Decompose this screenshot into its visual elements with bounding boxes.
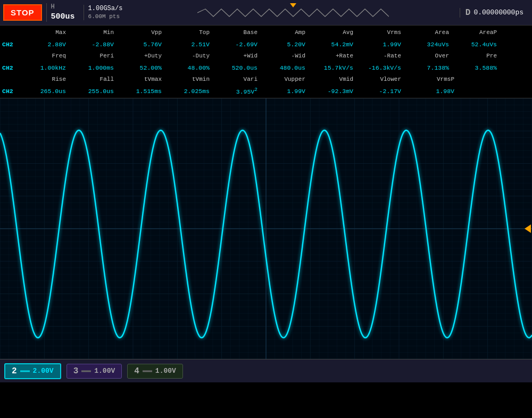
trigger-marker: [290, 3, 296, 7]
meas-v1-min: -2.88V: [70, 41, 118, 48]
ch4-indicator[interactable]: 4 1.00V: [127, 364, 183, 379]
ch2-line-icon: [20, 370, 30, 373]
trigger-position: 0.00000000ps: [473, 9, 523, 16]
d-label: D: [466, 8, 471, 18]
meas-v3-vupper: 1.99V: [262, 88, 310, 95]
meas-h1-avg: Avg: [310, 29, 358, 36]
ch4-number: 4: [134, 366, 139, 376]
meas-v2-nrate: -16.3kV/s: [358, 64, 405, 71]
meas-h3-vrmsp: VrmsP: [405, 76, 459, 82]
meas-h3-tvmin: tVmin: [166, 76, 214, 82]
meas-h3-tvmax: tVmax: [118, 76, 166, 82]
meas-v3-vmid: -92.3mV: [310, 88, 358, 95]
meas-ch2-label-r3: CH2: [2, 88, 22, 95]
meas-h2-prate: +Rate: [310, 53, 358, 59]
meas-v3-vari: 3.95V2: [214, 87, 262, 95]
meas-h2-pduty: +Duty: [118, 53, 166, 59]
meas-values-row3: CH2 265.0us 255.0us 1.515ms 2.025ms 3.95…: [2, 85, 530, 97]
meas-v2-over: 7.138%: [405, 64, 453, 71]
meas-h2-nduty: -Duty: [166, 53, 214, 59]
meas-v3-rise: 265.0us: [22, 88, 70, 95]
meas-v2-nwid: 480.0us: [262, 64, 310, 71]
meas-h2-pwid: +Wid: [214, 53, 262, 59]
ch3-line-icon: [81, 370, 91, 373]
meas-v2-prate: 15.7kV/s: [310, 64, 358, 71]
sample-group: 1.00GSa/s 6.00M pts: [84, 5, 127, 21]
scope-canvas: [0, 98, 532, 359]
meas-h3-vari: Vari: [214, 76, 262, 82]
ch3-number: 3: [73, 366, 79, 376]
meas-h1-min: Min: [70, 29, 118, 36]
meas-v1-avg: 54.2mV: [310, 41, 358, 48]
meas-v2-freq: 1.00kHz: [22, 64, 70, 71]
sample-rate: 1.00GSa/s: [88, 5, 123, 13]
meas-h2-nwid: -Wid: [262, 53, 310, 59]
meas-h2-nrate: -Rate: [358, 53, 405, 59]
meas-values-row2: CH2 1.00kHz 1.000ms 52.00% 48.00% 520.0u…: [2, 62, 530, 73]
meas-header-row1: Max Min Vpp Top Base Amp Avg Vrms Area A…: [2, 27, 530, 38]
meas-v1-amp: 5.20V: [262, 41, 310, 48]
meas-h1-base: Base: [214, 29, 262, 36]
ch3-scale: 1.00V: [94, 367, 115, 375]
trigger-d-group: D 0.00000000ps: [460, 8, 529, 18]
ch2-scale: 2.00V: [33, 367, 54, 375]
meas-v3-tvmin: 2.025ms: [166, 88, 214, 95]
h-label: H: [51, 3, 55, 12]
meas-h1-vpp: Vpp: [118, 29, 166, 36]
meas-v2-peri: 1.000ms: [70, 64, 118, 71]
meas-v3-vrmsp: 1.98V: [405, 88, 459, 95]
meas-h2-freq: Freq: [22, 53, 70, 59]
meas-h1-max: Max: [22, 29, 70, 36]
scope-display: [0, 98, 532, 359]
toolbar: STOP H 500us 1.00GSa/s 6.00M pts D 0.000…: [0, 0, 532, 26]
meas-h1-top: Top: [166, 29, 214, 36]
meas-v1-areap: 52.4uVs: [453, 41, 501, 48]
meas-header-row2: Freq Peri +Duty -Duty +Wid -Wid +Rate -R…: [2, 50, 530, 62]
meas-h2-pre: Pre: [453, 53, 501, 59]
trigger-wave-svg: [197, 7, 389, 18]
timebase-value: 500us: [51, 12, 75, 22]
ch3-indicator[interactable]: 3 1.00V: [66, 364, 122, 379]
ch2-indicator[interactable]: 2 2.00V: [4, 363, 61, 379]
meas-h3-vupper: Vupper: [262, 76, 310, 82]
meas-h1-area: Area: [405, 29, 453, 36]
meas-h3-fall: Fall: [70, 76, 118, 82]
timebase-group: H 500us: [46, 3, 79, 22]
meas-v1-area: 324uVs: [405, 41, 453, 48]
meas-header-row3: Rise Fall tVmax tVmin Vari Vupper Vmid V…: [2, 73, 530, 85]
stop-button[interactable]: STOP: [3, 4, 42, 21]
meas-v1-base: -2.69V: [214, 41, 262, 48]
trigger-wave-area: [131, 5, 455, 20]
meas-v2-nduty: 48.00%: [166, 64, 214, 71]
memory-depth: 6.00M pts: [88, 13, 120, 20]
ch4-line-icon: [143, 370, 152, 373]
meas-h2-peri: Peri: [70, 53, 118, 59]
meas-h1-amp: Amp: [262, 29, 310, 36]
meas-v3-tvmax: 1.515ms: [118, 88, 166, 95]
meas-v3-fall: 255.0us: [70, 88, 118, 95]
meas-v2-pwid: 520.0us: [214, 64, 262, 71]
meas-ch2-label-r1: CH2: [2, 41, 22, 48]
meas-h1-vrms: Vrms: [358, 29, 405, 36]
meas-h3-rise: Rise: [22, 76, 70, 82]
trigger-arrow-right: [525, 224, 531, 233]
meas-h2-over: Over: [405, 53, 453, 59]
meas-v2-pduty: 52.00%: [118, 64, 166, 71]
ch2-number: 2: [12, 366, 17, 376]
meas-v1-top: 2.51V: [166, 41, 214, 48]
meas-values-row1: CH2 2.88V -2.88V 5.76V 2.51V -2.69V 5.20…: [2, 38, 530, 50]
ch4-scale: 1.00V: [155, 367, 176, 375]
meas-v1-max: 2.88V: [22, 41, 70, 48]
meas-h3-vlower: Vlower: [358, 76, 405, 82]
meas-ch2-label-r2: CH2: [2, 64, 22, 71]
meas-v1-vpp: 5.76V: [118, 41, 166, 48]
meas-v2-pre: 3.588%: [453, 64, 501, 71]
meas-v1-vrms: 1.99V: [358, 41, 405, 48]
meas-h1-areap: AreaP: [453, 29, 501, 36]
measurements-panel: Max Min Vpp Top Base Amp Avg Vrms Area A…: [0, 26, 532, 98]
meas-h3-vmid: Vmid: [310, 76, 358, 82]
meas-v3-vlower: -2.17V: [358, 88, 405, 95]
bottom-bar: 2 2.00V 3 1.00V 4 1.00V: [0, 359, 532, 382]
